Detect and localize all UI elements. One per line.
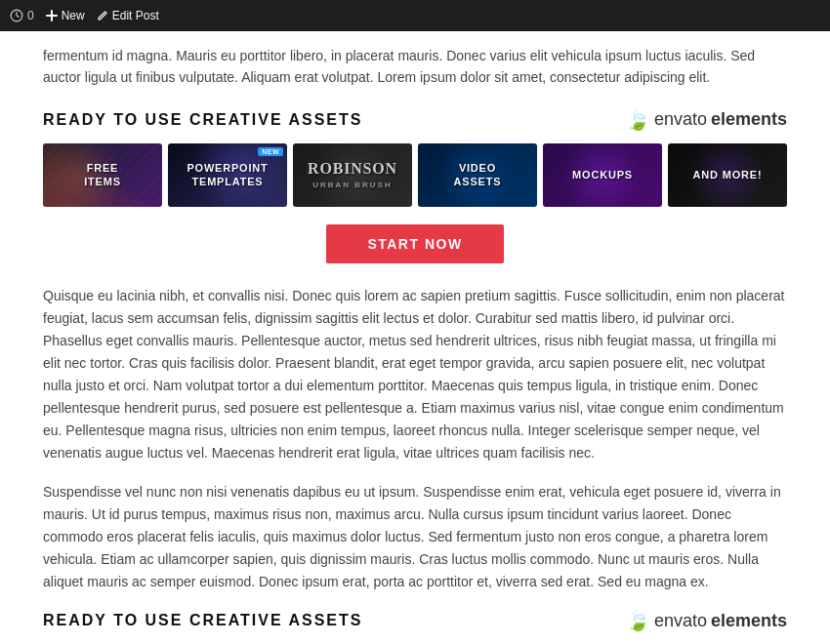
block-title-1: READY TO USE CREATIVE ASSETS [43,111,362,129]
asset-label-free-items: FREEITEMS [84,161,121,189]
edit-label: Edit Post [112,9,159,22]
asset-label-powerpoint: POWERPOINTTEMPLATES [187,161,268,189]
block-header-2: READY TO USE CREATIVE ASSETS 🍃 envatoele… [43,609,787,632]
envato-leaf-icon: 🍃 [626,108,650,132]
start-now-button-1[interactable]: START NOW [326,224,503,263]
asset-fonts[interactable]: ROBINSON URBAN BRUSH [293,143,412,207]
asset-mockups[interactable]: MOCKUPS [543,143,662,207]
envato-logo-2: 🍃 envatoelements [626,609,787,632]
new-label: New [62,9,85,22]
intro-paragraph: fermentum id magna. Mauris eu porttitor … [43,31,787,108]
asset-label-fonts: ROBINSON URBAN BRUSH [308,159,397,190]
content-area: fermentum id magna. Mauris eu porttitor … [0,31,830,644]
envato-brand-2: envato [654,611,707,631]
cta-container-1: START NOW [43,224,787,263]
asset-video[interactable]: VIDEOASSETS [418,143,537,207]
asset-free-items[interactable]: FREEITEMS [43,143,162,207]
asset-label-mockups: MOCKUPS [572,168,633,181]
new-item[interactable]: New [46,9,85,22]
body-paragraph-2: Suspendisse vel nunc non nisi venenatis … [43,481,787,593]
asset-label-and-more: AND MORE! [693,168,763,181]
envato-leaf-icon-2: 🍃 [626,609,650,632]
envato-sub-1: elements [711,109,787,130]
creative-block-1: READY TO USE CREATIVE ASSETS 🍃 envatoele… [43,108,787,263]
block-header-1: READY TO USE CREATIVE ASSETS 🍃 envatoele… [43,108,787,132]
block-title-2: READY TO USE CREATIVE ASSETS [43,612,362,629]
envato-logo-1: 🍃 envatoelements [626,108,787,132]
envato-brand-1: envato [654,109,707,130]
top-bar: 0 New Edit Post [0,0,830,31]
body-paragraph-1: Quisque eu lacinia nibh, et convallis ni… [43,285,787,465]
count-label: 0 [27,9,34,22]
envato-sub-2: elements [711,611,787,631]
edit-post-item[interactable]: Edit Post [97,9,159,22]
asset-powerpoint[interactable]: NEW POWERPOINTTEMPLATES [168,143,287,207]
asset-grid-1: FREEITEMS NEW POWERPOINTTEMPLATES ROBINS… [43,143,787,207]
wp-icon-item: 0 [10,9,34,22]
asset-and-more[interactable]: AND MORE! [668,143,787,207]
creative-block-2: READY TO USE CREATIVE ASSETS 🍃 envatoele… [43,609,787,644]
asset-label-video: VIDEOASSETS [454,161,502,189]
new-badge: NEW [258,147,283,156]
